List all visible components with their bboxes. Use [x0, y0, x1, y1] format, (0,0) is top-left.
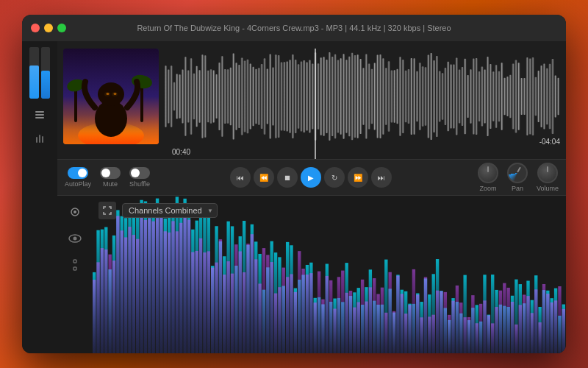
svg-rect-66: [300, 62, 302, 132]
svg-rect-72: [318, 63, 320, 129]
svg-rect-98: [390, 70, 392, 122]
svg-rect-347: [451, 301, 454, 353]
svg-rect-357: [471, 295, 474, 353]
svg-rect-37: [218, 63, 220, 130]
autoplay-toggle[interactable]: [68, 167, 88, 179]
svg-rect-263: [286, 277, 289, 353]
svg-rect-229: [219, 239, 222, 353]
svg-rect-155: [551, 59, 553, 134]
svg-rect-241: [243, 272, 245, 353]
svg-rect-293: [345, 293, 348, 353]
viz-content: Channels Combined Left Channel Right Cha…: [93, 196, 566, 353]
svg-rect-115: [439, 71, 441, 122]
close-button[interactable]: [31, 24, 40, 32]
mute-knob: [101, 169, 110, 177]
svg-rect-26: [187, 71, 190, 123]
svg-rect-5: [42, 136, 43, 143]
svg-rect-153: [546, 68, 548, 124]
svg-rect-104: [407, 69, 409, 124]
svg-rect-353: [463, 317, 466, 353]
svg-rect-64: [295, 60, 297, 133]
fast-forward-button[interactable]: ⏩: [348, 167, 368, 188]
svg-rect-118: [447, 62, 449, 131]
eye-icon[interactable]: [65, 228, 85, 249]
channel-select[interactable]: Channels Combined Left Channel Right Cha…: [122, 203, 218, 218]
traffic-lights: [31, 24, 66, 32]
current-time: 00:40: [172, 148, 190, 156]
svg-rect-319: [396, 276, 399, 353]
svg-rect-289: [337, 277, 340, 353]
minimize-button[interactable]: [44, 24, 53, 32]
svg-rect-106: [413, 58, 415, 134]
svg-rect-38: [221, 56, 223, 137]
playhead: [315, 49, 316, 159]
svg-rect-24: [182, 69, 184, 123]
viz-toolbar: Channels Combined Left Channel Right Cha…: [98, 202, 218, 219]
svg-rect-315: [389, 272, 392, 353]
sidebar-icon-2[interactable]: [29, 128, 50, 149]
toggle-group: AutoPlay Mute Shuffle: [65, 167, 150, 188]
shuffle-toggle[interactable]: [129, 167, 150, 179]
svg-rect-131: [484, 69, 486, 123]
svg-rect-203: [168, 233, 171, 353]
skip-forward-button[interactable]: ⏭: [371, 167, 392, 188]
sidebar-icon-1[interactable]: [29, 105, 50, 125]
svg-rect-219: [199, 238, 202, 353]
svg-rect-47: [246, 60, 248, 134]
svg-rect-209: [179, 223, 182, 353]
svg-rect-65: [298, 64, 300, 128]
svg-rect-162: [74, 260, 76, 263]
svg-rect-88: [362, 68, 365, 124]
svg-rect-90: [368, 63, 370, 129]
expand-button[interactable]: [98, 202, 116, 219]
stop-button[interactable]: ⏹: [277, 167, 298, 188]
volume-knob[interactable]: [537, 163, 558, 183]
svg-rect-235: [231, 274, 234, 353]
svg-rect-195: [152, 222, 155, 353]
svg-rect-199: [159, 216, 162, 353]
svg-rect-134: [492, 71, 495, 121]
expand-icon[interactable]: [65, 202, 85, 222]
svg-rect-163: [74, 267, 76, 270]
meter-bar-right: [41, 47, 51, 99]
waveform-canvas[interactable]: 00:40 -04:04: [165, 49, 560, 159]
svg-rect-281: [321, 300, 324, 353]
svg-rect-25: [184, 57, 187, 135]
svg-rect-355: [467, 317, 470, 353]
app-window: Return Of The Dubwize King - 4Corners Cr…: [22, 15, 566, 353]
svg-rect-1: [35, 114, 44, 116]
play-button[interactable]: ▶: [301, 167, 321, 188]
svg-rect-359: [476, 323, 478, 353]
svg-rect-383: [523, 294, 526, 353]
svg-rect-132: [487, 57, 489, 136]
svg-rect-67: [303, 60, 305, 132]
zoom-knob[interactable]: [478, 163, 498, 183]
svg-rect-45: [241, 58, 243, 135]
svg-rect-205: [171, 221, 174, 353]
album-art: [63, 49, 159, 144]
mute-toggle[interactable]: [100, 167, 121, 179]
settings-icon[interactable]: [65, 255, 85, 275]
mute-label: Mute: [103, 180, 118, 188]
svg-rect-54: [266, 68, 268, 124]
svg-rect-313: [384, 313, 387, 353]
svg-rect-297: [353, 308, 356, 353]
svg-rect-111: [427, 54, 429, 138]
svg-rect-117: [444, 68, 446, 125]
meter-bar-left: [29, 47, 39, 99]
shuffle-toggle-item: Shuffle: [129, 167, 150, 188]
rewind-button[interactable]: ⏪: [254, 167, 274, 188]
album-art-image: [63, 49, 159, 144]
pan-knob[interactable]: [507, 163, 528, 183]
svg-rect-2: [35, 117, 44, 118]
svg-rect-58: [278, 55, 280, 138]
svg-rect-105: [410, 58, 412, 135]
svg-rect-79: [337, 60, 339, 132]
maximize-button[interactable]: [57, 24, 66, 32]
skip-back-button[interactable]: ⏮: [230, 167, 251, 188]
svg-rect-237: [234, 244, 237, 353]
repeat-button[interactable]: ↻: [324, 167, 345, 188]
svg-rect-379: [514, 325, 517, 353]
svg-rect-139: [506, 77, 509, 116]
waveform-svg: [165, 49, 560, 144]
